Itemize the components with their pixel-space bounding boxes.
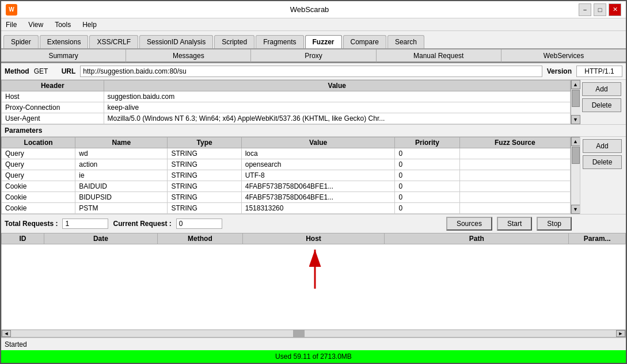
param-cell-priority: 0 — [395, 170, 459, 181]
menu-help[interactable]: Help — [80, 20, 99, 30]
header-delete-button[interactable]: Delete — [582, 98, 621, 112]
results-table: ID Date Method Host Path Param... — [1, 233, 626, 329]
param-cell-fuzz_source — [459, 203, 570, 214]
close-button[interactable]: ✕ — [609, 3, 621, 16]
current-request-label: Current Request : — [113, 220, 171, 228]
table-row[interactable]: Host suggestion.baidu.com — [2, 91, 571, 102]
url-label: URL — [62, 67, 76, 75]
param-cell-name: BIDUPSID — [75, 192, 168, 203]
param-col-name: Name — [75, 137, 168, 148]
table-row[interactable]: CookiePSTMSTRING15183132600 — [2, 203, 571, 214]
subtab-messages[interactable]: Messages — [126, 49, 251, 63]
param-cell-location: Cookie — [2, 192, 75, 203]
params-add-button[interactable]: Add — [583, 139, 622, 153]
param-col-value: Value — [241, 137, 395, 148]
param-cell-value: 4FABF573B758D064BFE1... — [241, 192, 395, 203]
tab-fuzzer[interactable]: Fuzzer — [305, 35, 342, 48]
param-cell-location: Query — [2, 170, 75, 181]
horizontal-scrollbar[interactable]: ◄ ► — [1, 329, 626, 338]
subtab-summary[interactable]: Summary — [1, 49, 126, 63]
header-table: Header Value Host suggestion.baidu.com P… — [1, 80, 571, 124]
param-col-priority: Priority — [395, 137, 459, 148]
tab-fragments[interactable]: Fragments — [256, 35, 303, 48]
param-cell-type: STRING — [168, 203, 241, 214]
parameters-label: Parameters — [1, 124, 626, 137]
param-cell-value: 4FABF573B758D064BFE1... — [241, 181, 395, 192]
table-row[interactable]: CookieBAIDUIDSTRING4FABF573B758D064BFE1.… — [2, 181, 571, 192]
subtab-manual-request[interactable]: Manual Request — [377, 49, 501, 63]
result-col-date: Date — [44, 233, 157, 244]
window-title: WebScarab — [40, 5, 579, 14]
menu-file[interactable]: File — [3, 20, 19, 30]
param-col-fuzz: Fuzz Source — [459, 137, 570, 148]
param-cell-type: STRING — [168, 148, 241, 159]
version-input[interactable] — [576, 66, 622, 77]
current-request-input[interactable] — [176, 219, 222, 229]
version-label: Version — [547, 67, 572, 75]
result-col-param: Param... — [569, 233, 626, 244]
tab-search[interactable]: Search — [387, 35, 424, 48]
params-table: Location Name Type Value Priority Fuzz S… — [1, 137, 571, 214]
tab-spider[interactable]: Spider — [3, 35, 39, 48]
total-requests-input[interactable] — [62, 219, 108, 229]
tab-compare[interactable]: Compare — [343, 35, 386, 48]
hscroll-thumb[interactable] — [293, 330, 305, 337]
param-cell-name: PSTM — [75, 203, 168, 214]
param-cell-fuzz_source — [459, 181, 570, 192]
param-cell-name: BAIDUID — [75, 181, 168, 192]
table-row[interactable]: QuerywdSTRINGloca0 — [2, 148, 571, 159]
status-text: Started — [5, 340, 27, 348]
total-requests-label: Total Requests : — [5, 220, 58, 228]
param-cell-priority: 0 — [395, 148, 459, 159]
table-row[interactable]: Proxy-Connection keep-alive — [2, 102, 571, 113]
tab-scripted[interactable]: Scripted — [214, 35, 254, 48]
param-cell-name: wd — [75, 148, 168, 159]
start-button[interactable]: Start — [497, 217, 532, 231]
subtab-webservices[interactable]: WebServices — [501, 49, 626, 63]
param-cell-value: UTF-8 — [241, 170, 395, 181]
table-row[interactable]: QueryactionSTRINGopensearch0 — [2, 159, 571, 170]
restore-button[interactable]: □ — [594, 3, 606, 16]
tab-xss-crlf[interactable]: XSS/CRLF — [89, 35, 138, 48]
param-cell-value: opensearch — [241, 159, 395, 170]
memory-text: Used 59.11 of 2713.0MB — [275, 352, 352, 361]
minimize-button[interactable]: − — [579, 3, 591, 16]
menu-view[interactable]: View — [26, 20, 45, 30]
table-row[interactable]: CookieBIDUPSIDSTRING4FABF573B758D064BFE1… — [2, 192, 571, 203]
param-col-location: Location — [2, 137, 75, 148]
param-cell-value: loca — [241, 148, 395, 159]
param-cell-name: action — [75, 159, 168, 170]
param-cell-type: STRING — [168, 181, 241, 192]
param-cell-priority: 0 — [395, 203, 459, 214]
param-cell-priority: 0 — [395, 192, 459, 203]
param-cell-type: STRING — [168, 159, 241, 170]
header-scroll-up[interactable]: ▲ — [571, 80, 580, 89]
subtab-proxy[interactable]: Proxy — [251, 49, 376, 63]
tab-extensions[interactable]: Extensions — [40, 35, 89, 48]
header-name-cell: Proxy-Connection — [2, 102, 104, 113]
header-value-cell: keep-alive — [104, 102, 570, 113]
header-name-cell: Host — [2, 91, 104, 102]
param-cell-location: Query — [2, 159, 75, 170]
param-cell-value: 1518313260 — [241, 203, 395, 214]
params-scroll-down[interactable]: ▼ — [571, 205, 580, 214]
param-cell-type: STRING — [168, 192, 241, 203]
header-col-header: Header — [2, 81, 104, 91]
result-col-path: Path — [385, 233, 569, 244]
tab-sessionid[interactable]: SessionID Analysis — [139, 35, 213, 48]
param-cell-fuzz_source — [459, 148, 570, 159]
result-col-id: ID — [2, 233, 44, 244]
param-cell-priority: 0 — [395, 159, 459, 170]
param-cell-location: Cookie — [2, 203, 75, 214]
params-scroll-up[interactable]: ▲ — [571, 137, 580, 146]
url-input[interactable] — [80, 66, 542, 77]
table-row[interactable]: QueryieSTRINGUTF-80 — [2, 170, 571, 181]
header-add-button[interactable]: Add — [582, 82, 621, 96]
menu-tools[interactable]: Tools — [52, 20, 73, 30]
app-icon: W — [6, 4, 17, 16]
header-scroll-down[interactable]: ▼ — [571, 115, 580, 124]
sources-button[interactable]: Sources — [446, 217, 492, 231]
table-row[interactable]: User-Agent Mozilla/5.0 (Windows NT 6.3; … — [2, 113, 571, 124]
stop-button[interactable]: Stop — [537, 217, 572, 231]
params-delete-button[interactable]: Delete — [583, 155, 622, 169]
